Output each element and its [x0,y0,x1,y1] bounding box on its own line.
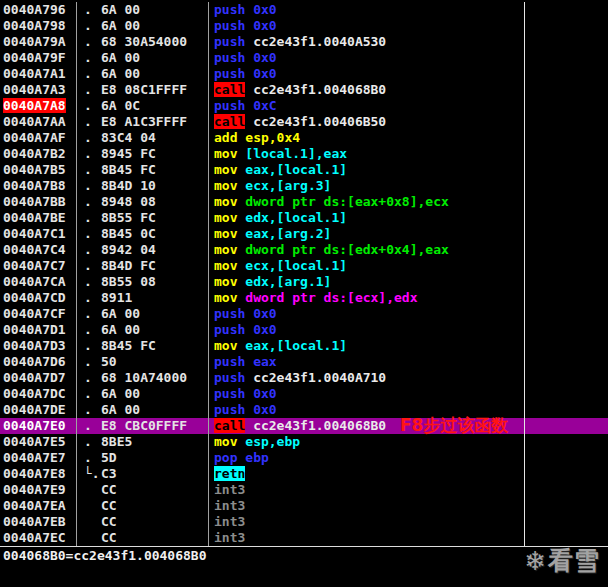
disasm-row[interactable]: 0040A7E8└.C3retn [0,466,608,482]
disasm-token: dword ptr ds:[eax+0x8],ecx [237,194,448,209]
analysis-prefix: . [84,226,101,242]
disasm-row[interactable]: 0040A7EBCCint3 [0,514,608,530]
disasm-token: push [214,354,245,369]
address-cell: 0040A7A1 [0,66,77,82]
comment-cell [525,146,608,162]
disasm-row[interactable]: 0040A7E5.8BE5mov esp,ebp [0,434,608,450]
disasm-cell: mov [local.1],eax [209,146,525,162]
disasm-row[interactable]: 0040A7E9CCint3 [0,482,608,498]
comment-cell [525,210,608,226]
disasm-token: pop [214,450,237,465]
bytes-cell: CC [77,498,209,514]
disasm-token: cc2e43f1.0040A530 [245,34,386,49]
bytes-cell: .8945 FC [77,146,209,162]
disasm-row[interactable]: 0040A7D6.50push eax [0,354,608,370]
analysis-prefix: . [84,386,101,402]
hex-bytes: 6A 00 [101,66,140,81]
disasm-token: mov [214,258,237,273]
bytes-cell: .6A 00 [77,306,209,322]
disasm-token: cc2e43f1.0040A710 [245,370,386,385]
disasm-row[interactable]: 0040A7B5.8B45 FCmov eax,[local.1] [0,162,608,178]
disasm-row[interactable]: 0040A7D3.8B45 FCmov eax,[local.1] [0,338,608,354]
hex-bytes: 50 [101,354,117,369]
address-cell: 0040A7E8 [0,466,77,482]
disasm-token: ecx,[arg.3] [237,178,331,193]
address-cell: 0040A7EB [0,514,77,530]
hex-bytes: 8B55 FC [101,210,156,225]
disasm-row[interactable]: 0040A7C7.8B4D FCmov ecx,[local.1] [0,258,608,274]
disasm-row[interactable]: 0040A7ECCCint3 [0,530,608,546]
hex-bytes: 6A 00 [101,306,140,321]
snowflake-icon: ❄ [524,546,546,576]
bytes-cell: .50 [77,354,209,370]
disasm-row[interactable]: 0040A7AF.83C4 04add esp,0x4 [0,130,608,146]
disasm-token: int3 [214,514,245,529]
disasm-token: push [214,34,245,49]
bytes-cell: .E8 08C1FFFF [77,82,209,98]
disasm-token: mov [214,274,237,289]
comment-cell [525,194,608,210]
disasm-row[interactable]: 0040A79A.68 30A54000push cc2e43f1.0040A5… [0,34,608,50]
disasm-row[interactable]: 0040A7C1.8B45 0Cmov eax,[arg.2] [0,226,608,242]
disasm-token: int3 [214,530,245,545]
disasm-row[interactable]: 0040A798.6A 00push 0x0 [0,18,608,34]
comment-cell [525,82,608,98]
disasm-row[interactable]: 0040A7CD.8911mov dword ptr ds:[ecx],edx [0,290,608,306]
analysis-prefix: . [84,242,101,258]
disasm-row[interactable]: 0040A7A3.E8 08C1FFFFcall cc2e43f1.004068… [0,82,608,98]
disasm-row[interactable]: 0040A7D1.6A 00push 0x0 [0,322,608,338]
disasm-row[interactable]: 0040A7E7.5Dpop ebp [0,450,608,466]
disasm-row[interactable]: 0040A7A1.6A 00push 0x0 [0,66,608,82]
bytes-cell: .8B4D 10 [77,178,209,194]
disasm-row[interactable]: 0040A7AA.E8 A1C3FFFFcall cc2e43f1.00406B… [0,114,608,130]
disasm-row[interactable]: 0040A7EACCint3 [0,498,608,514]
disasm-row[interactable]: 0040A7DC.6A 00push 0x0 [0,386,608,402]
comment-cell [525,450,608,466]
address-cell: 0040A7B2 [0,146,77,162]
comment-cell [525,130,608,146]
hex-bytes: E8 A1C3FFFF [101,114,187,129]
comment-cell [525,370,608,386]
disasm-row[interactable]: 0040A79F.6A 00push 0x0 [0,50,608,66]
disasm-cell: push 0x0 [209,66,525,82]
disasm-row[interactable]: 0040A7D7.68 10A74000push cc2e43f1.0040A7… [0,370,608,386]
disasm-token: mov [214,178,237,193]
disasm-cell: call cc2e43f1.00406B50 [209,114,525,130]
disasm-row[interactable]: 0040A7BB.8948 08mov dword ptr ds:[eax+0x… [0,194,608,210]
annotation-text: F8步过该函数 [400,417,508,433]
comment-cell [525,338,608,354]
hex-bytes: 8B4D 10 [101,178,156,193]
disasm-row[interactable]: 0040A7BE.8B55 FCmov edx,[local.1] [0,210,608,226]
disasm-token: cc2e43f1.004068B0 [245,82,386,97]
hex-bytes: 8BE5 [101,434,132,449]
disasm-row[interactable]: 0040A7CA.8B55 08mov edx,[arg.1] [0,274,608,290]
disasm-token: 0x0 [245,306,276,321]
bytes-cell: .8942 04 [77,242,209,258]
bytes-cell: .E8 A1C3FFFF [77,114,209,130]
analysis-prefix: └. [84,466,101,482]
disasm-row[interactable]: 0040A7B2.8945 FCmov [local.1],eax [0,146,608,162]
disasm-token: call [214,114,245,129]
disasm-token: mov [214,226,237,241]
hex-bytes: 6A 0C [101,98,140,113]
disasm-row[interactable]: 0040A7CF.6A 00push 0x0 [0,306,608,322]
analysis-prefix: . [84,2,101,18]
disasm-row[interactable]: 0040A7E0.E8 CBC0FFFFcall cc2e43f1.004068… [0,418,608,434]
disasm-token: cc2e43f1.004068B0 [245,418,386,433]
disasm-token: 0x0 [245,2,276,17]
disasm-row[interactable]: 0040A7DE.6A 00push 0x0 [0,402,608,418]
disasm-row[interactable]: 0040A7C4.8942 04mov dword ptr ds:[edx+0x… [0,242,608,258]
address-cell: 0040A7EC [0,530,77,546]
address-cell: 0040A7D1 [0,322,77,338]
bytes-cell: .83C4 04 [77,130,209,146]
hex-bytes: C3 [101,466,117,481]
disasm-token: eax,[local.1] [237,338,347,353]
disasm-row[interactable]: 0040A796.6A 00push 0x0 [0,2,608,18]
disasm-row[interactable]: 0040A7A8.6A 0Cpush 0xC [0,98,608,114]
bytes-cell: .6A 00 [77,18,209,34]
hex-bytes: 6A 00 [101,2,140,17]
hex-bytes: 8B4D FC [101,258,156,273]
disasm-row[interactable]: 0040A7B8.8B4D 10mov ecx,[arg.3] [0,178,608,194]
analysis-prefix: . [84,258,101,274]
disasm-token: 0x0 [245,50,276,65]
